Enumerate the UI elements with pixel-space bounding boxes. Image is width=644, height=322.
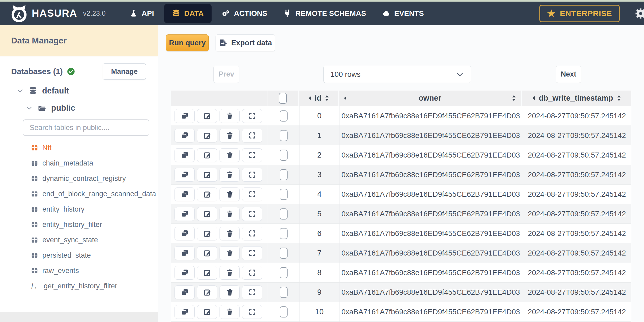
- row-checkbox[interactable]: [280, 110, 288, 122]
- clone-row-button[interactable]: [175, 168, 195, 182]
- sidebar-table-item[interactable]: ƒx get_entity_history_filter: [0, 278, 158, 294]
- clone-row-button[interactable]: [175, 129, 195, 142]
- edit-row-button[interactable]: [197, 246, 217, 260]
- chevron-down-icon[interactable]: [25, 104, 33, 112]
- sidebar-table-item[interactable]: ƒx chain_metadata: [0, 155, 158, 171]
- collapse-column-icon[interactable]: [343, 96, 347, 100]
- expand-row-button[interactable]: [242, 148, 262, 162]
- trash-icon: [226, 288, 234, 296]
- edit-row-button[interactable]: [197, 305, 217, 319]
- sidebar-table-item[interactable]: ƒx persisted_state: [0, 248, 158, 263]
- edit-row-button[interactable]: [197, 129, 217, 142]
- header-id-cell[interactable]: id: [299, 91, 339, 106]
- tab-events[interactable]: EVENTS: [374, 2, 432, 25]
- sort-icon[interactable]: [325, 95, 329, 101]
- row-checkbox[interactable]: [280, 248, 288, 259]
- table-name-label: entity_history_filter: [42, 221, 102, 229]
- edit-row-button[interactable]: [197, 266, 217, 280]
- row-checkbox[interactable]: [280, 130, 288, 141]
- delete-row-button[interactable]: [220, 168, 240, 182]
- tree-node-database[interactable]: default: [0, 82, 158, 100]
- tree-node-schema[interactable]: public: [0, 100, 158, 116]
- sort-icon[interactable]: [617, 95, 621, 101]
- edit-row-button[interactable]: [197, 109, 217, 123]
- clone-row-button[interactable]: [175, 227, 195, 240]
- expand-row-button[interactable]: [242, 109, 262, 123]
- clone-row-button[interactable]: [175, 187, 195, 201]
- expand-row-button[interactable]: [242, 129, 262, 142]
- sidebar-table-item[interactable]: ƒx dynamic_contract_registry: [0, 171, 158, 186]
- table-row: 5 0xaBA7161A7fb69c88e16ED9f455CE62B791EE…: [171, 204, 631, 224]
- expand-row-button[interactable]: [242, 187, 262, 201]
- delete-row-button[interactable]: [220, 305, 240, 319]
- expand-row-button[interactable]: [242, 285, 262, 299]
- header-owner-cell[interactable]: owner: [339, 91, 522, 106]
- clone-row-button[interactable]: [175, 285, 195, 299]
- delete-row-button[interactable]: [220, 266, 240, 280]
- delete-row-button[interactable]: [220, 109, 240, 123]
- clone-row-button[interactable]: [175, 148, 195, 162]
- row-checkbox[interactable]: [280, 189, 288, 200]
- edit-row-button[interactable]: [197, 168, 217, 182]
- sort-icon[interactable]: [512, 95, 516, 101]
- delete-row-button[interactable]: [220, 148, 240, 162]
- table-row: 6 0xaBA7161A7fb69c88e16ED9f455CE62B791EE…: [171, 224, 631, 243]
- expand-row-button[interactable]: [242, 266, 262, 280]
- row-checkbox[interactable]: [280, 287, 288, 298]
- hasura-logo[interactable]: HASURA v2.23.0: [10, 5, 106, 23]
- sidebar-table-item[interactable]: ƒx Nft: [0, 140, 158, 155]
- expand-row-button[interactable]: [242, 305, 262, 319]
- row-checkbox[interactable]: [280, 169, 288, 180]
- collapse-column-icon[interactable]: [532, 96, 535, 100]
- select-all-checkbox[interactable]: [279, 93, 287, 104]
- search-tables-input[interactable]: [23, 119, 149, 136]
- sidebar-table-item[interactable]: ƒx raw_events: [0, 263, 158, 278]
- expand-row-button[interactable]: [242, 246, 262, 260]
- clone-row-button[interactable]: [175, 109, 195, 123]
- clone-row-button[interactable]: [175, 305, 195, 319]
- collapse-column-icon[interactable]: [308, 96, 311, 100]
- header-timestamp-cell[interactable]: db_write_timestamp: [522, 91, 631, 106]
- run-query-button[interactable]: Run query: [166, 34, 209, 51]
- edit-row-button[interactable]: [197, 207, 217, 221]
- export-data-button[interactable]: Export data: [216, 34, 275, 51]
- delete-row-button[interactable]: [220, 129, 240, 142]
- sidebar-table-item[interactable]: ƒx entity_history: [0, 202, 158, 217]
- row-checkbox[interactable]: [280, 208, 288, 220]
- clone-row-button[interactable]: [175, 207, 195, 221]
- clone-row-button[interactable]: [175, 246, 195, 260]
- expand-row-button[interactable]: [242, 168, 262, 182]
- delete-row-button[interactable]: [220, 285, 240, 299]
- edit-row-button[interactable]: [197, 148, 217, 162]
- chevron-down-icon[interactable]: [16, 87, 24, 95]
- prev-page-button[interactable]: Prev: [213, 66, 239, 83]
- sidebar-table-item[interactable]: ƒx entity_history_filter: [0, 217, 158, 232]
- delete-row-button[interactable]: [220, 246, 240, 260]
- rows-per-page-select[interactable]: 100 rows: [323, 66, 471, 83]
- row-checkbox[interactable]: [280, 228, 288, 239]
- edit-row-button[interactable]: [197, 285, 217, 299]
- edit-row-button[interactable]: [197, 187, 217, 201]
- tab-data[interactable]: DATA: [164, 4, 212, 23]
- expand-row-button[interactable]: [242, 207, 262, 221]
- settings-gear-icon[interactable]: [634, 7, 644, 20]
- tab-actions[interactable]: ACTIONS: [214, 2, 275, 25]
- row-checkbox[interactable]: [280, 150, 288, 161]
- sidebar-table-item[interactable]: ƒx event_sync_state: [0, 232, 158, 248]
- next-page-button[interactable]: Next: [556, 66, 581, 83]
- sidebar-table-item[interactable]: ƒx end_of_block_range_scanned_data: [0, 186, 158, 202]
- expand-icon: [248, 269, 256, 276]
- manage-button[interactable]: Manage: [103, 63, 146, 80]
- enterprise-button[interactable]: ★ ENTERPRISE: [539, 5, 620, 22]
- row-checkbox[interactable]: [280, 306, 288, 317]
- tab-api[interactable]: API: [122, 2, 162, 25]
- tab-remote-schemas[interactable]: REMOTE SCHEMAS: [275, 2, 374, 25]
- row-checkbox[interactable]: [280, 267, 288, 278]
- delete-row-button[interactable]: [220, 187, 240, 201]
- delete-row-button[interactable]: [220, 227, 240, 240]
- delete-row-button[interactable]: [220, 207, 240, 221]
- clone-row-button[interactable]: [175, 266, 195, 280]
- expand-row-button[interactable]: [242, 227, 262, 240]
- trash-icon: [226, 190, 234, 198]
- edit-row-button[interactable]: [197, 227, 217, 240]
